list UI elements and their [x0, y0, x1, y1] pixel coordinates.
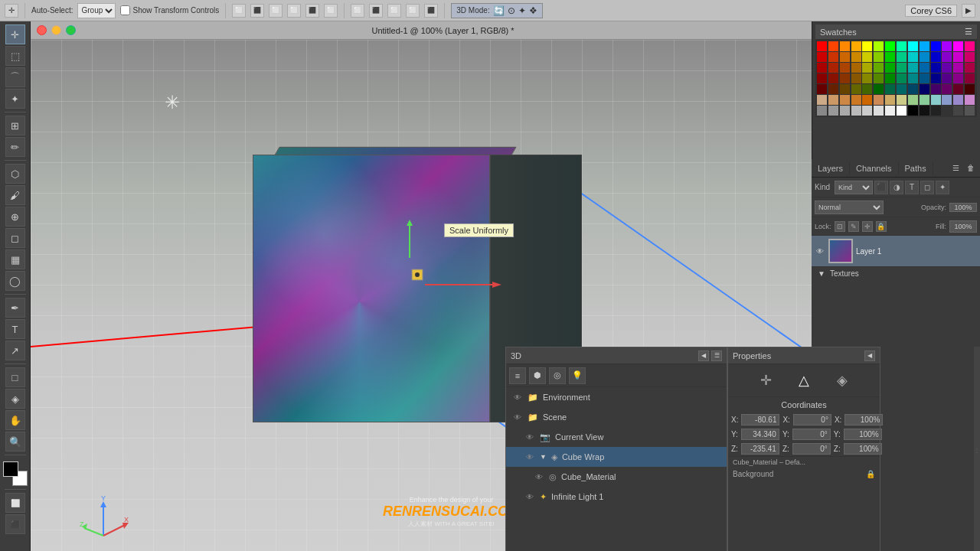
swatch-item[interactable] — [920, 63, 929, 73]
x-scale-input[interactable] — [844, 414, 883, 425]
eye-icon-current-view[interactable]: 👁 — [524, 432, 535, 442]
swatch-item[interactable] — [908, 84, 918, 94]
scene-item-infinite-light[interactable]: 👁 ✦ Infinite Light 1 — [506, 487, 727, 507]
swatch-item[interactable] — [828, 84, 838, 94]
swatch-item[interactable] — [965, 106, 975, 116]
swatch-item[interactable] — [942, 95, 952, 105]
transform-controls-checkbox[interactable] — [120, 5, 130, 15]
swatch-item[interactable] — [931, 52, 941, 62]
fill-input[interactable] — [949, 220, 977, 233]
kind-type-icon[interactable]: T — [905, 181, 919, 194]
props-move-icon[interactable]: ✛ — [754, 369, 777, 392]
swatch-item[interactable] — [965, 63, 975, 73]
swatch-item[interactable] — [885, 73, 895, 83]
scene-item-environment[interactable]: 👁 📁 Environment — [506, 387, 727, 407]
lock-transparency-icon[interactable]: ⊡ — [835, 221, 845, 232]
pen-tool[interactable]: ✒ — [5, 298, 25, 318]
swatch-item[interactable] — [953, 63, 963, 73]
minimize-button[interactable] — [51, 25, 61, 35]
swatch-item[interactable] — [965, 52, 975, 62]
swatch-item[interactable] — [931, 73, 941, 83]
swatch-item[interactable] — [908, 52, 918, 62]
kind-smart-icon[interactable]: ✦ — [936, 181, 949, 194]
layer-item[interactable]: 👁 Layer 1 — [812, 236, 980, 267]
swatches-menu-icon[interactable]: ☰ — [965, 27, 972, 37]
scene-item-scene[interactable]: 👁 📁 Scene — [506, 407, 727, 427]
align-bottom-icon[interactable]: ⬜ — [324, 4, 338, 18]
quick-mask-tool[interactable]: ⬜ — [5, 493, 25, 513]
eye-icon-cube-material[interactable]: 👁 — [534, 471, 544, 482]
swatch-item[interactable] — [828, 106, 838, 116]
swatch-item[interactable] — [897, 106, 906, 116]
swatch-item[interactable] — [931, 41, 941, 51]
z-rot-input[interactable] — [792, 443, 831, 455]
dodge-tool[interactable]: ◯ — [5, 271, 25, 291]
hand-tool[interactable]: ✋ — [5, 410, 25, 430]
swatch-item[interactable] — [931, 63, 941, 73]
swatch-item[interactable] — [851, 95, 861, 105]
path-select-tool[interactable]: ↗ — [5, 341, 25, 360]
swatch-item[interactable] — [862, 95, 872, 105]
swatch-item[interactable] — [851, 106, 861, 116]
swatch-item[interactable] — [920, 84, 929, 94]
swatch-item[interactable] — [817, 52, 827, 62]
swatch-item[interactable] — [862, 84, 872, 94]
swatch-item[interactable] — [897, 73, 906, 83]
align-top-icon[interactable]: ⬜ — [287, 4, 301, 18]
swatch-item[interactable] — [840, 73, 850, 83]
tab-paths[interactable]: Paths — [899, 161, 933, 175]
lock-position-icon[interactable]: ✛ — [862, 221, 873, 232]
swatch-item[interactable] — [965, 95, 975, 105]
background-lock-icon[interactable]: 🔒 — [866, 470, 875, 478]
eraser-tool[interactable]: ◻ — [5, 228, 25, 248]
clone-tool[interactable]: ⊕ — [5, 207, 25, 227]
swatch-item[interactable] — [920, 95, 929, 105]
swatch-item[interactable] — [862, 63, 872, 73]
brush-tool[interactable]: 🖌 — [5, 185, 25, 205]
kind-adjust-icon[interactable]: ◑ — [890, 181, 903, 194]
swatch-item[interactable] — [828, 95, 838, 105]
x-pos-input[interactable] — [741, 414, 779, 425]
swatch-item[interactable] — [851, 41, 861, 51]
swatch-item[interactable] — [953, 73, 963, 83]
eye-icon-infinite-light[interactable]: 👁 — [524, 491, 535, 502]
swatch-item[interactable] — [885, 52, 895, 62]
distribute-4-icon[interactable]: ⬜ — [406, 4, 420, 18]
swatch-item[interactable] — [908, 41, 918, 51]
align-center-icon[interactable]: ⬛ — [250, 4, 264, 18]
marquee-tool[interactable]: ⬚ — [5, 46, 25, 66]
eye-icon-cube-wrap[interactable]: 👁 — [524, 452, 535, 462]
swatch-item[interactable] — [840, 95, 850, 105]
auto-select-dropdown[interactable]: Group — [77, 3, 116, 18]
swatch-item[interactable] — [953, 41, 963, 51]
lock-pixels-icon[interactable]: ✎ — [848, 221, 859, 232]
swatch-item[interactable] — [920, 52, 929, 62]
swatch-item[interactable] — [965, 41, 975, 51]
swatch-item[interactable] — [840, 106, 850, 116]
z-pos-input[interactable] — [741, 443, 779, 455]
eye-icon-environment[interactable]: 👁 — [512, 392, 523, 403]
swatch-item[interactable] — [920, 41, 929, 51]
swatch-item[interactable] — [840, 63, 850, 73]
screen-mode-tool[interactable]: ⬛ — [5, 514, 25, 534]
3d-light-icon[interactable]: 💡 — [569, 367, 586, 384]
blend-mode-select[interactable]: Normal — [815, 201, 884, 214]
eye-icon-scene[interactable]: 👁 — [512, 412, 523, 422]
swatch-item[interactable] — [817, 63, 827, 73]
swatch-item[interactable] — [874, 84, 884, 94]
swatch-item[interactable] — [828, 63, 838, 73]
3d-panel-menu-btn[interactable]: ☰ — [711, 350, 722, 361]
3d-panel-collapse-btn[interactable]: ◀ — [698, 350, 709, 361]
swatch-item[interactable] — [920, 106, 929, 116]
swatch-item[interactable] — [942, 73, 952, 83]
swatch-item[interactable] — [885, 106, 895, 116]
distribute-v-icon[interactable]: ⬛ — [369, 4, 383, 18]
swatch-item[interactable] — [874, 106, 884, 116]
scene-item-cube-material[interactable]: 👁 ◎ Cube_Material — [506, 467, 727, 487]
swatch-item[interactable] — [908, 63, 918, 73]
swatch-item[interactable] — [874, 63, 884, 73]
expand-icon[interactable]: ▶ — [962, 4, 975, 18]
swatch-item[interactable] — [942, 52, 952, 62]
3d-mode-button[interactable]: 3D Mode: 🔄 ⊙ ✦ ❖ — [451, 3, 542, 18]
swatch-item[interactable] — [908, 73, 918, 83]
